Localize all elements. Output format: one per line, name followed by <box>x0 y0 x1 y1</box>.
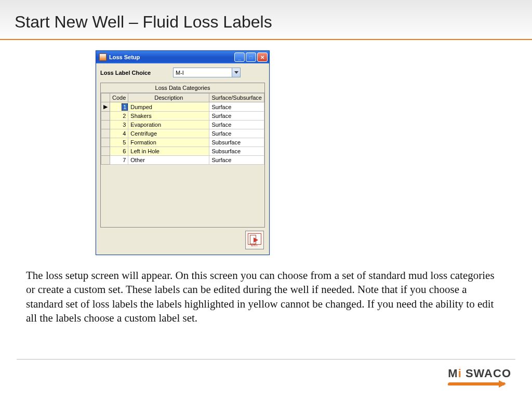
description-cell[interactable]: Formation <box>128 138 209 147</box>
location-cell[interactable]: Surface <box>209 156 264 165</box>
minimize-button[interactable]: _ <box>234 52 245 62</box>
description-cell[interactable]: Centrifuge <box>128 129 209 138</box>
slide-header: Start New Well – Fluid Loss Labels <box>0 0 532 40</box>
location-cell[interactable]: Subsurface <box>209 147 264 156</box>
grid-empty-area <box>101 165 264 227</box>
code-cell[interactable]: 3 <box>110 121 128 129</box>
location-cell[interactable]: Subsurface <box>209 138 264 147</box>
brand-logo: Mi SWACO <box>448 367 511 388</box>
window-body: Loss Label Choice M-I Loss Data Categori… <box>96 63 269 255</box>
code-cell[interactable]: 2 <box>110 112 128 121</box>
row-selector[interactable] <box>101 147 110 156</box>
explanatory-text: The loss setup screen will appear. On th… <box>23 269 509 325</box>
description-header: Description <box>128 94 209 102</box>
loss-label-choice-dropdown[interactable]: M-I <box>173 68 241 77</box>
location-cell[interactable]: Surface <box>209 129 264 138</box>
svg-marker-0 <box>234 71 238 74</box>
code-cell[interactable]: 7 <box>110 156 128 165</box>
table-row[interactable]: 4CentrifugeSurface <box>101 129 264 138</box>
description-cell[interactable]: Evaporation <box>128 121 209 129</box>
row-selector[interactable]: ▶ <box>101 102 110 112</box>
code-header: Code <box>110 94 128 102</box>
app-icon <box>99 54 107 61</box>
logo-part-m: M <box>448 367 458 380</box>
description-cell[interactable]: Other <box>128 156 209 165</box>
row-selector[interactable] <box>101 156 110 165</box>
logo-part-i: i <box>458 367 462 380</box>
table-row[interactable]: 5FormationSubsurface <box>101 138 264 147</box>
code-cell[interactable]: 5 <box>110 138 128 147</box>
slide-title: Start New Well – Fluid Loss Labels <box>15 12 517 32</box>
surface-header: Surface/Subsurface <box>209 94 264 102</box>
description-cell[interactable]: Left in Hole <box>128 147 209 156</box>
location-cell[interactable]: Surface <box>209 102 264 112</box>
exit-icon <box>248 233 261 245</box>
table-row[interactable]: 2ShakersSurface <box>101 112 264 121</box>
row-selector[interactable] <box>101 121 110 129</box>
grid-header-row: Code Description Surface/Subsurface <box>101 94 264 102</box>
table-row[interactable]: 6Left in HoleSubsurface <box>101 147 264 156</box>
window-title: Loss Setup <box>109 54 233 60</box>
location-cell[interactable]: Surface <box>209 112 264 121</box>
table-row[interactable]: ▶1DumpedSurface <box>101 102 264 112</box>
window-titlebar[interactable]: Loss Setup _ □ ✕ <box>96 51 269 63</box>
logo-part-swaco: SWACO <box>462 367 511 380</box>
logo-swoosh-icon <box>448 380 505 388</box>
code-cell[interactable]: 1 <box>110 102 128 112</box>
exit-button[interactable]: EXIT <box>245 231 264 249</box>
grid-title: Loss Data Categories <box>101 83 264 93</box>
row-selector-header <box>101 94 110 102</box>
content-area: Loss Setup _ □ ✕ Loss Label Choice M-I L… <box>0 40 532 325</box>
table-row[interactable]: 7OtherSurface <box>101 156 264 165</box>
footer-divider <box>17 359 515 360</box>
row-selector[interactable] <box>101 138 110 147</box>
dropdown-value: M-I <box>176 70 184 76</box>
row-selector[interactable] <box>101 112 110 121</box>
code-cell[interactable]: 4 <box>110 129 128 138</box>
loss-setup-window: Loss Setup _ □ ✕ Loss Label Choice M-I L… <box>96 50 270 255</box>
dropdown-arrow-icon[interactable] <box>232 68 240 77</box>
location-cell[interactable]: Surface <box>209 121 264 129</box>
maximize-button[interactable]: □ <box>246 52 256 62</box>
code-cell[interactable]: 6 <box>110 147 128 156</box>
description-cell[interactable]: Shakers <box>128 112 209 121</box>
row-selector[interactable] <box>101 129 110 138</box>
table-row[interactable]: 3EvaporationSurface <box>101 121 264 129</box>
loss-categories-grid[interactable]: Loss Data Categories Code Description Su… <box>100 83 265 228</box>
description-cell[interactable]: Dumped <box>128 102 209 112</box>
close-button[interactable]: ✕ <box>257 52 268 62</box>
loss-label-choice-label: Loss Label Choice <box>100 70 173 76</box>
